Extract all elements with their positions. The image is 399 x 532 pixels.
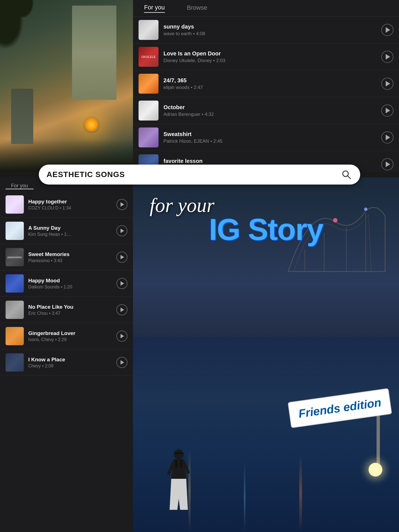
play-button-sweatshirt[interactable]	[381, 131, 393, 144]
song-title-sweatshirt: Sweatshirt	[163, 131, 381, 137]
thumb-inner-sweatshirt	[139, 127, 158, 147]
play-icon-happy-together	[121, 202, 124, 207]
play-button-love[interactable]	[381, 51, 393, 63]
song-title-sunny-day: A Sunny Day	[28, 225, 116, 231]
song-info-october: October Adrian Berenguer • 4:32	[163, 104, 381, 117]
song-meta-sunny: wave to earth • 4:08	[163, 31, 381, 37]
tab-for-you[interactable]: For you	[144, 4, 165, 13]
song-title-gingerbread: Gingerbread Lover	[28, 330, 116, 336]
story-overlay: for your IG Story Friends edition	[133, 177, 399, 532]
play-button-247[interactable]	[381, 78, 393, 90]
play-button-sunny[interactable]	[381, 24, 393, 36]
song-info-sunny-day: A Sunny Day Kim Sung Hwan • 1:...	[28, 225, 116, 237]
bottom-song-item-happy-mood[interactable]: Happy Mood Dalkom Sounds • 1:20	[0, 270, 133, 297]
play-icon-sunny-day	[121, 229, 124, 233]
play-button-favorite[interactable]	[381, 158, 393, 170]
play-icon-know-place	[121, 360, 124, 365]
play-button-gingerbread[interactable]	[116, 331, 127, 342]
thumb-inner-247	[139, 74, 158, 94]
top-song-item-love[interactable]: UKULELE Love Is an Open Door Disney Ukul…	[133, 44, 399, 70]
song-info-love: Love Is an Open Door Disney Ukulele, Dis…	[163, 50, 381, 63]
song-title-sweet-memories: Sweet Memories	[28, 251, 116, 257]
song-info-gingerbread: Gingerbread Lover Ivoris, Chevy • 2:29	[28, 330, 116, 342]
top-song-item-sunny[interactable]: sunny days wave to earth • 4:08	[133, 17, 399, 44]
thumb-inner-love: UKULELE	[139, 47, 158, 67]
song-thumb-sunny	[139, 20, 158, 40]
song-title-happy-mood: Happy Mood	[28, 278, 116, 284]
bottom-song-list: Happy together COZY CLOU:D • 1:34 A Sunn…	[0, 191, 133, 376]
bottom-song-item-no-place[interactable]: No Place Like You Eric Chou • 3:47	[0, 297, 133, 323]
song-thumb-247	[139, 74, 158, 94]
for-you-label: For you	[6, 180, 34, 189]
song-info-know-place: I Know a Place Chevy • 2:09	[28, 357, 116, 369]
top-song-item-247[interactable]: 24/7, 365 elijah woods • 2:47	[133, 70, 399, 97]
song-meta-247: elijah woods • 2:47	[163, 85, 381, 90]
song-title-favorite: favorite lesson	[163, 158, 381, 164]
play-button-happy-together[interactable]	[116, 199, 127, 210]
thumb-inner-gingerbread	[6, 327, 24, 345]
thumb-inner-happy-together	[6, 195, 24, 214]
song-meta-sweet-memories: Pianissimo • 3:43	[28, 258, 116, 263]
song-info-happy-together: Happy together COZY CLOU:D • 1:34	[28, 199, 116, 211]
thumb-inner-sunny	[139, 20, 158, 40]
sun-glow	[83, 116, 100, 133]
song-info-sweet-memories: Sweet Memories Pianissimo • 3:43	[28, 251, 116, 263]
song-thumb-october	[139, 101, 158, 121]
thumb-inner-sunny-day	[6, 222, 24, 240]
search-icon[interactable]	[340, 168, 352, 181]
song-meta-no-place: Eric Chou • 3:47	[28, 311, 116, 316]
song-title-october: October	[163, 104, 381, 111]
song-title-sunny: sunny days	[163, 24, 381, 30]
play-icon-gingerbread	[121, 334, 124, 338]
song-title-know-place: I Know a Place	[28, 357, 116, 363]
song-info-247: 24/7, 365 elijah woods • 2:47	[163, 77, 381, 90]
play-icon-happy-mood	[121, 281, 124, 286]
top-song-item-sweatshirt[interactable]: Sweatshirt Patrick Hizon, EJEAN • 2:45	[133, 124, 399, 151]
bottom-song-item-happy-together[interactable]: Happy together COZY CLOU:D • 1:34	[0, 191, 133, 218]
play-icon-no-place	[121, 308, 124, 312]
song-thumb-happy-mood	[6, 274, 24, 293]
play-icon-love	[386, 54, 390, 60]
song-thumb-love: UKULELE	[139, 47, 158, 67]
bottom-song-item-sweet-memories[interactable]: pianissimo Sweet Memories Pianissimo • 3…	[0, 244, 133, 270]
play-button-sunny-day[interactable]	[116, 225, 127, 236]
song-thumb-sweet-memories: pianissimo	[6, 248, 24, 266]
play-icon-sweatshirt	[386, 135, 390, 140]
play-icon-sunny	[386, 27, 390, 33]
bottom-song-item-know-place[interactable]: I Know a Place Chevy • 2:09	[0, 349, 133, 376]
thumb-inner-no-place	[6, 301, 24, 319]
play-button-happy-mood[interactable]	[116, 278, 127, 289]
play-button-no-place[interactable]	[116, 304, 127, 315]
ig-story-panel: for your IG Story Friends edition	[133, 177, 399, 532]
song-info-no-place: No Place Like You Eric Chou • 3:47	[28, 304, 116, 316]
bottom-song-item-gingerbread[interactable]: Gingerbread Lover Ivoris, Chevy • 2:29	[0, 323, 133, 349]
tab-browse[interactable]: Browse	[187, 4, 207, 12]
song-title-love: Love Is an Open Door	[163, 50, 381, 57]
search-input[interactable]: AESTHETIC SONGS	[47, 170, 340, 179]
song-meta-gingerbread: Ivoris, Chevy • 2:29	[28, 337, 116, 342]
song-meta-know-place: Chevy • 2:09	[28, 364, 116, 369]
song-meta-sweatshirt: Patrick Hizon, EJEAN • 2:45	[163, 139, 381, 144]
play-button-october[interactable]	[381, 104, 393, 117]
play-icon-favorite	[386, 162, 390, 167]
bottom-song-item-sunny-day[interactable]: A Sunny Day Kim Sung Hwan • 1:...	[0, 218, 133, 244]
play-button-sweet-memories[interactable]	[116, 252, 127, 263]
thumb-inner-october	[139, 101, 158, 121]
song-title-happy-together: Happy together	[28, 199, 116, 205]
song-info-sunny: sunny days wave to earth • 4:08	[163, 24, 381, 37]
play-icon-sweet-memories	[121, 255, 124, 259]
song-thumb-gingerbread	[6, 327, 24, 345]
song-meta-sunny-day: Kim Sung Hwan • 1:...	[28, 232, 116, 237]
photo-background	[0, 0, 133, 172]
thumb-inner-know-place	[6, 353, 24, 372]
song-thumb-know-place	[6, 353, 24, 372]
play-icon-october	[386, 108, 390, 113]
tabs-bar: For you Browse	[133, 0, 399, 17]
top-song-item-october[interactable]: October Adrian Berenguer • 4:32	[133, 97, 399, 124]
search-bar[interactable]: AESTHETIC SONGS	[39, 165, 360, 185]
thumb-inner-sweet-memories: pianissimo	[6, 248, 24, 266]
play-button-know-place[interactable]	[116, 357, 127, 368]
song-meta-happy-together: COZY CLOU:D • 1:34	[28, 206, 116, 211]
song-meta-love: Disney Ukulele, Disney • 2:03	[163, 58, 381, 63]
svg-line-1	[348, 176, 351, 179]
